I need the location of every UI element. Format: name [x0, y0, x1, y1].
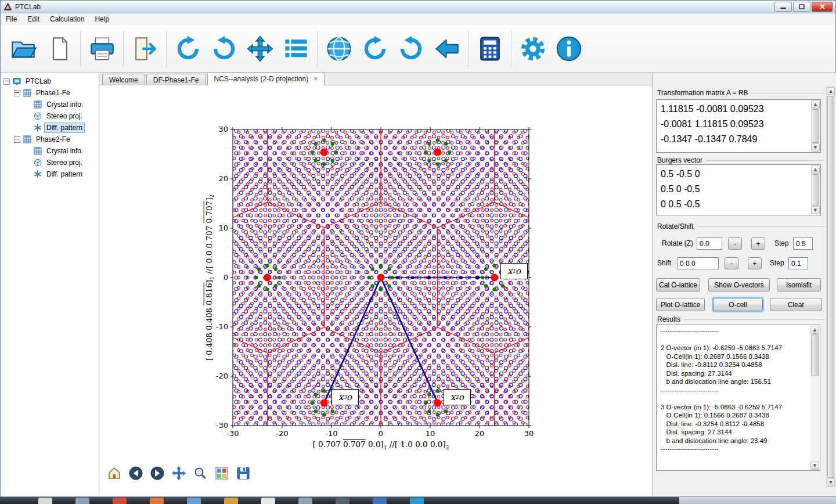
taskbar[interactable] [0, 497, 836, 504]
toolbar-separator [468, 31, 469, 67]
ncs-projection-plot[interactable] [233, 129, 529, 426]
transform-matrix-box[interactable]: 1.11815 -0.0081 0.09523 -0.0081 1.11815 … [656, 99, 821, 153]
panel-scrollbar[interactable]: ▲ ▼ [826, 87, 835, 487]
crystal-info-icon [34, 100, 42, 109]
close-button[interactable] [812, 2, 833, 12]
menu-calculation[interactable]: Calculation [45, 13, 89, 25]
isomisfit-button[interactable]: Isomisfit [777, 278, 821, 291]
rotate-plus-button[interactable]: + [751, 237, 765, 250]
results-scrollbar[interactable]: ▲▼ [810, 326, 819, 470]
o-cell-button[interactable]: O-cell [713, 298, 763, 311]
tree-item-stereo-proj-2[interactable]: Stereo proj. [1, 157, 99, 168]
burgers-vector-section: Burgers vector [657, 156, 825, 164]
menu-file[interactable]: File [1, 13, 22, 25]
plot-save-button[interactable] [235, 465, 251, 481]
rotate-cw-button[interactable] [357, 30, 393, 68]
plot-subplots-button[interactable] [214, 465, 230, 481]
scroll-down-icon[interactable]: ▼ [811, 143, 820, 152]
scroll-up-icon[interactable]: ▲ [811, 100, 820, 109]
tree-item-label: Phase1-Fe [34, 88, 73, 98]
rotate-ccw-button[interactable] [393, 30, 429, 68]
close-tab-icon[interactable]: × [314, 75, 318, 83]
shift-minus-button[interactable]: - [725, 257, 738, 269]
o-vector-label-x1: x1o [500, 263, 528, 279]
plot-home-button[interactable] [106, 465, 122, 481]
plot-back-button[interactable] [128, 465, 144, 481]
print-button[interactable] [84, 30, 120, 68]
taskbar-item[interactable] [187, 498, 201, 504]
matrix-scrollbar[interactable]: ▲▼ [811, 100, 820, 152]
tree-item-crystal-info-1[interactable]: Crystal info. [1, 99, 99, 110]
tab-welcome[interactable]: Welcome [102, 74, 145, 85]
tab-df-phase1-fe[interactable]: DF-Phase1-Fe [146, 74, 206, 85]
system-tray[interactable] [679, 497, 836, 504]
calculator-button[interactable] [472, 30, 508, 68]
taskbar-item[interactable] [224, 498, 238, 504]
tree-item-diff-pattern-2[interactable]: Diff. pattern [1, 168, 99, 180]
taskbar-item[interactable] [150, 498, 164, 504]
tab-ncs-analysis[interactable]: NCS--analysis (2-D projection)× [207, 72, 325, 85]
rotate-z-input[interactable] [697, 237, 722, 250]
minimize-button[interactable] [774, 2, 792, 12]
scroll-up-icon[interactable]: ▲ [811, 165, 820, 174]
burgers-scrollbar[interactable]: ▲▼ [811, 165, 820, 214]
burgers-vector-box[interactable]: 0.5 -0.5 0 0.5 0 -0.5 0 0.5 -0.5 ▲▼ [656, 164, 821, 215]
undo-button[interactable] [206, 30, 242, 68]
tree-item-diff-pattern-1[interactable]: Diff. pattern [1, 122, 99, 134]
exit-button[interactable] [127, 30, 163, 68]
plot-o-lattice-button[interactable]: Plot O-lattice [656, 298, 705, 311]
list-icon [283, 35, 309, 62]
collapse-icon[interactable] [3, 78, 10, 85]
scroll-up-icon[interactable]: ▲ [810, 326, 819, 334]
back-button[interactable] [429, 30, 465, 68]
taskbar-item[interactable] [373, 498, 387, 504]
scroll-up-icon[interactable]: ▲ [827, 87, 835, 95]
info-button[interactable] [551, 30, 587, 68]
clear-button[interactable]: Clear [770, 298, 822, 311]
taskbar-item[interactable] [298, 498, 312, 504]
menu-edit[interactable]: Edit [22, 13, 45, 25]
window-controls [773, 2, 833, 12]
scroll-down-icon[interactable]: ▼ [827, 478, 835, 487]
scroll-down-icon[interactable]: ▼ [811, 206, 820, 214]
move-button[interactable] [242, 30, 278, 68]
new-button[interactable] [41, 30, 77, 68]
settings-button[interactable] [515, 30, 551, 68]
show-o-vectors-button[interactable]: Show O-vectors [708, 278, 770, 291]
tree-item-label: Crystal info. [44, 146, 85, 156]
taskbar-item[interactable] [336, 498, 349, 504]
globe-button[interactable] [321, 30, 357, 68]
taskbar-item[interactable] [410, 498, 424, 504]
taskbar-item[interactable] [113, 498, 127, 504]
tree-item-stereo-proj-1[interactable]: Stereo proj. [1, 110, 99, 122]
plot-zoom-button[interactable] [192, 465, 208, 481]
plot-forward-button[interactable] [149, 465, 165, 481]
tree-item-phase2-fe[interactable]: Phase2-Fe [1, 134, 99, 145]
open-button[interactable] [5, 30, 41, 68]
cal-o-lattice-button[interactable]: C​al O-lattice [656, 278, 700, 291]
shift-step-input[interactable] [788, 257, 808, 269]
tree-item-phase1-fe[interactable]: Phase1-Fe [1, 87, 99, 99]
maximize-button[interactable] [793, 2, 810, 12]
y-tick-label: -10 [207, 322, 228, 331]
redo-button[interactable] [170, 30, 206, 68]
rotate-step-input[interactable] [793, 237, 813, 250]
tree-item-crystal-info-2[interactable]: Crystal info. [1, 145, 99, 157]
plot-pan-button[interactable] [171, 465, 187, 481]
rotate-minus-button[interactable]: - [728, 237, 742, 250]
collapse-icon[interactable] [14, 90, 20, 96]
shift-plus-button[interactable]: + [748, 257, 762, 269]
collapse-icon[interactable] [14, 136, 20, 143]
back-circle-icon [128, 466, 143, 481]
scroll-down-icon[interactable]: ▼ [810, 462, 819, 470]
shift-input[interactable] [677, 257, 719, 269]
tree-item-ptclab[interactable]: PTCLab [1, 75, 99, 87]
settings-gear-icon [520, 35, 546, 62]
list-button[interactable] [278, 30, 314, 68]
taskbar-item[interactable] [261, 498, 275, 504]
taskbar-item[interactable] [38, 498, 52, 504]
diffraction-pattern-icon [34, 124, 42, 132]
results-box[interactable]: -------------------------- 2 O-vector (i… [656, 325, 820, 471]
taskbar-item[interactable] [75, 498, 89, 504]
menu-help[interactable]: Help [89, 13, 114, 25]
